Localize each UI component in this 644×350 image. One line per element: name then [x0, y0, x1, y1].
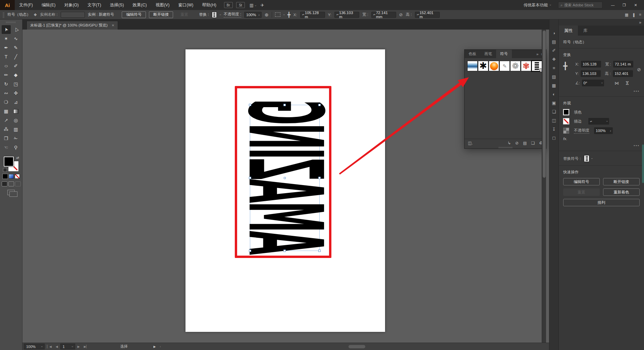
menu-item[interactable]: 选择(S): [106, 2, 128, 8]
tool-blend[interactable]: ◎: [11, 116, 20, 125]
height-input[interactable]: ▴▾152.401 m: [415, 12, 440, 18]
toolbar-grip[interactable]: [6, 21, 16, 23]
close-button[interactable]: ✕: [630, 0, 641, 10]
workspace-switcher[interactable]: 传统基本功能 ›: [524, 2, 551, 8]
opacity-input[interactable]: 100%›: [594, 127, 613, 134]
selection-bounding-box[interactable]: AMAZING: [250, 105, 320, 251]
default-swatches-icon[interactable]: [3, 168, 7, 172]
minimize-button[interactable]: —: [607, 0, 619, 10]
stepper-icon[interactable]: ▴▾: [417, 14, 419, 15]
chevron-down-icon[interactable]: ›: [282, 14, 285, 15]
effects-icon[interactable]: fx.: [563, 137, 567, 141]
selection-handle[interactable]: [318, 104, 321, 106]
horizontal-scrollbar-thumb[interactable]: [348, 345, 365, 348]
edit-symbol-button[interactable]: 编辑符号: [122, 11, 146, 18]
layers-panel-icon[interactable]: ❏: [552, 110, 556, 114]
link-dimensions-icon[interactable]: ⊘: [637, 67, 641, 72]
place-symbol-instance-icon[interactable]: ↳: [507, 141, 511, 145]
transparency-panel-icon[interactable]: ▩: [552, 83, 556, 88]
vertical-scrollbar-thumb[interactable]: [543, 31, 546, 178]
none-mode-icon[interactable]: [15, 174, 20, 179]
restore-button[interactable]: ❐: [619, 0, 630, 10]
rotation-dropdown[interactable]: 0°›: [582, 80, 604, 86]
panel-resize-grip[interactable]: [499, 147, 512, 148]
panel-scrollbar-thumb[interactable]: [642, 144, 644, 183]
tool-gradient[interactable]: [11, 107, 20, 116]
stepper-icon[interactable]: ▴▾: [373, 14, 375, 15]
bridge-icon[interactable]: Br: [224, 2, 233, 8]
artboard-number-dropdown[interactable]: 1›: [60, 344, 75, 349]
arrange-button[interactable]: 排列: [563, 199, 640, 206]
replace-symbol-thumbnail[interactable]: [212, 12, 217, 18]
selection-handle[interactable]: [249, 250, 251, 252]
recolor-artwork-icon[interactable]: ⊕: [265, 12, 269, 17]
tool-ellipse[interactable]: ○: [2, 61, 11, 70]
stock-icon[interactable]: St: [236, 2, 245, 8]
menu-item[interactable]: 编辑(E): [37, 2, 60, 8]
tool-type[interactable]: T: [2, 52, 11, 61]
menu-item[interactable]: 对象(O): [60, 2, 83, 8]
tool-slice[interactable]: ✁: [11, 134, 20, 143]
selection-handle[interactable]: [318, 177, 321, 179]
collapse-panel-icon[interactable]: »: [536, 52, 538, 56]
status-bar-arrow-icon[interactable]: ▶: [152, 345, 158, 348]
document-tab[interactable]: 未标题-1 [已恢复]* @ 100% (RGB/GPU 预览) ✕: [26, 21, 118, 30]
close-tab-icon[interactable]: ✕: [112, 24, 114, 27]
tool-selection[interactable]: ➤: [2, 25, 11, 34]
menu-item[interactable]: 效果(C): [128, 2, 151, 8]
horizontal-scrollbar[interactable]: [172, 343, 548, 350]
opacity-label[interactable]: 不透明度: [574, 128, 589, 134]
fill-stroke-swatches[interactable]: ⇄: [4, 157, 18, 171]
tab-brushes[interactable]: 画笔: [480, 50, 496, 58]
tool-artboard[interactable]: ❐: [2, 134, 11, 143]
tool-paintbrush[interactable]: ✐: [11, 61, 20, 70]
chevron-down-icon[interactable]: ›: [590, 158, 594, 159]
screen-mode-icon[interactable]: [7, 190, 15, 195]
selection-handle[interactable]: [283, 250, 286, 252]
fill-swatch[interactable]: [4, 157, 14, 167]
tool-rotate[interactable]: ↻: [2, 80, 11, 88]
tool-line-segment[interactable]: ╱: [11, 52, 20, 61]
tab-swatches[interactable]: 色板: [465, 50, 480, 58]
color-mode-icon[interactable]: [3, 174, 8, 179]
draw-normal-icon[interactable]: [2, 181, 7, 186]
swatches-panel-icon[interactable]: ▤: [552, 40, 556, 44]
symbol-flower[interactable]: ✾: [521, 61, 531, 71]
instance-name-input[interactable]: [61, 12, 85, 18]
adobe-stock-search[interactable]: ⌕ 搜索 Adobe Stock: [558, 2, 602, 8]
symbol-options-icon[interactable]: ▤: [523, 141, 527, 145]
zoom-level-dropdown[interactable]: 100%›: [24, 344, 45, 349]
width-input[interactable]: 72.141 m: [613, 61, 633, 68]
draw-behind-icon[interactable]: [8, 181, 14, 186]
recolor-button[interactable]: 重新着色: [603, 188, 640, 196]
new-symbol-icon[interactable]: ❏: [531, 141, 535, 145]
stepper-icon[interactable]: ▴▾: [336, 14, 338, 15]
tool-magic-wand[interactable]: ✶: [2, 34, 11, 43]
y-input[interactable]: ▴▾136.103 m: [334, 12, 359, 18]
tool-shape-builder[interactable]: ❍: [2, 98, 11, 106]
graphic-styles-panel-icon[interactable]: ▣: [552, 101, 556, 105]
symbols-panel-icon[interactable]: ❖: [552, 57, 556, 61]
tab-libraries[interactable]: 库: [578, 26, 593, 36]
tab-symbols[interactable]: 符号: [496, 50, 512, 58]
control-bar-grip[interactable]: [3, 12, 4, 18]
y-input[interactable]: 136.103: [581, 70, 601, 77]
tool-symbol-sprayer[interactable]: ⁂: [2, 125, 11, 134]
tool-column-graph[interactable]: ▥: [11, 125, 20, 134]
stepper-icon[interactable]: ▴▾: [590, 121, 592, 122]
bounding-box-icon[interactable]: [275, 12, 280, 17]
stroke-weight-input[interactable]: ▴▾›: [588, 118, 609, 125]
tool-hand[interactable]: ☜: [2, 143, 11, 152]
swap-fill-stroke-icon[interactable]: ⇄: [16, 156, 19, 160]
tool-pen[interactable]: ✒: [2, 43, 11, 52]
expand-dock-icon[interactable]: »: [639, 20, 641, 25]
flip-horizontal-icon[interactable]: ⋈: [615, 81, 619, 86]
symbol-ink-splat[interactable]: ✱: [478, 61, 488, 71]
tool-zoom[interactable]: ⚲: [11, 143, 20, 152]
opacity-label[interactable]: 不透明度 :: [224, 12, 241, 17]
symbol-amazing-new[interactable]: +: [532, 61, 542, 71]
selection-center-point[interactable]: [284, 177, 286, 179]
flip-vertical-icon[interactable]: ⋈: [625, 81, 630, 85]
tool-lasso[interactable]: ∿: [11, 34, 20, 43]
stroke-color-swatch[interactable]: [563, 118, 569, 124]
